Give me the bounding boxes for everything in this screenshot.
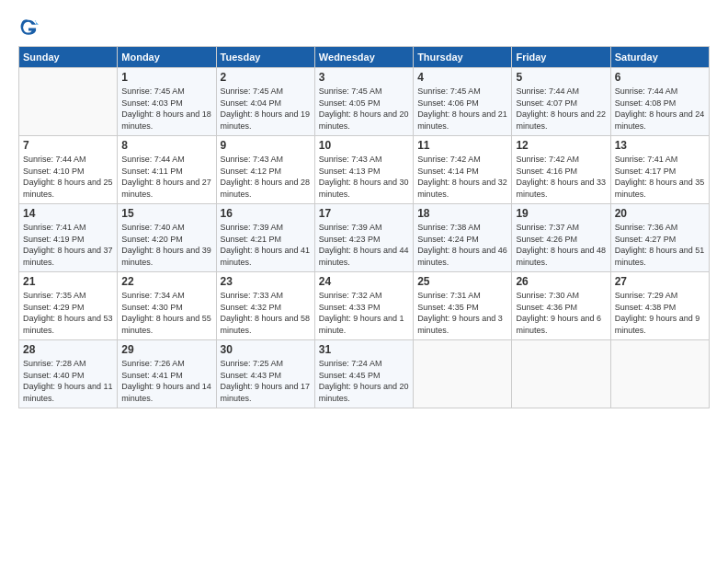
day-number: 23 [221,275,311,288]
calendar-cell: 2Sunrise: 7:45 AMSunset: 4:04 PMDaylight… [216,68,314,136]
day-info: Sunrise: 7:45 AMSunset: 4:03 PMDaylight:… [121,86,211,132]
calendar-cell: 30Sunrise: 7:25 AMSunset: 4:43 PMDayligh… [216,340,314,408]
day-info: Sunrise: 7:32 AMSunset: 4:33 PMDaylight:… [319,290,409,336]
day-number: 28 [23,343,113,356]
day-number: 24 [319,275,409,288]
day-number: 20 [615,207,705,220]
day-info: Sunrise: 7:42 AMSunset: 4:14 PMDaylight:… [417,154,507,200]
day-info: Sunrise: 7:38 AMSunset: 4:24 PMDaylight:… [417,222,507,268]
day-info: Sunrise: 7:41 AMSunset: 4:17 PMDaylight:… [615,154,705,200]
day-info: Sunrise: 7:35 AMSunset: 4:29 PMDaylight:… [23,290,113,336]
calendar-cell: 13Sunrise: 7:41 AMSunset: 4:17 PMDayligh… [610,136,709,204]
day-number: 1 [121,71,211,84]
day-info: Sunrise: 7:26 AMSunset: 4:41 PMDaylight:… [121,358,211,404]
day-number: 22 [121,275,211,288]
calendar-week-row: 21Sunrise: 7:35 AMSunset: 4:29 PMDayligh… [19,272,710,340]
day-info: Sunrise: 7:43 AMSunset: 4:13 PMDaylight:… [319,154,409,200]
calendar-cell: 20Sunrise: 7:36 AMSunset: 4:27 PMDayligh… [610,204,709,272]
day-info: Sunrise: 7:44 AMSunset: 4:10 PMDaylight:… [23,154,113,200]
calendar-cell: 17Sunrise: 7:39 AMSunset: 4:23 PMDayligh… [314,204,413,272]
calendar-week-row: 1Sunrise: 7:45 AMSunset: 4:03 PMDaylight… [19,68,710,136]
day-info: Sunrise: 7:39 AMSunset: 4:23 PMDaylight:… [319,222,409,268]
calendar-week-row: 14Sunrise: 7:41 AMSunset: 4:19 PMDayligh… [19,204,710,272]
day-info: Sunrise: 7:44 AMSunset: 4:08 PMDaylight:… [615,86,705,132]
logo [18,17,42,37]
calendar-cell: 21Sunrise: 7:35 AMSunset: 4:29 PMDayligh… [19,272,118,340]
calendar-cell: 3Sunrise: 7:45 AMSunset: 4:05 PMDaylight… [314,68,413,136]
day-info: Sunrise: 7:33 AMSunset: 4:32 PMDaylight:… [221,290,311,336]
day-number: 9 [221,139,311,152]
day-number: 18 [417,207,507,220]
calendar-cell: 4Sunrise: 7:45 AMSunset: 4:06 PMDaylight… [414,68,512,136]
day-number: 5 [516,71,606,84]
day-info: Sunrise: 7:37 AMSunset: 4:26 PMDaylight:… [516,222,606,268]
calendar-cell: 25Sunrise: 7:31 AMSunset: 4:35 PMDayligh… [414,272,512,340]
calendar-cell: 11Sunrise: 7:42 AMSunset: 4:14 PMDayligh… [414,136,512,204]
day-number: 30 [221,343,311,356]
day-number: 31 [319,343,409,356]
calendar-cell: 22Sunrise: 7:34 AMSunset: 4:30 PMDayligh… [118,272,216,340]
day-number: 26 [516,275,606,288]
day-number: 11 [417,139,507,152]
day-number: 17 [319,207,409,220]
day-number: 4 [417,71,507,84]
calendar-cell: 16Sunrise: 7:39 AMSunset: 4:21 PMDayligh… [216,204,314,272]
page: SundayMondayTuesdayWednesdayThursdayFrid… [0,0,728,419]
day-number: 2 [221,71,311,84]
weekday-header: Thursday [414,47,512,68]
calendar-cell: 14Sunrise: 7:41 AMSunset: 4:19 PMDayligh… [19,204,118,272]
day-info: Sunrise: 7:41 AMSunset: 4:19 PMDaylight:… [23,222,113,268]
logo-icon [18,17,39,37]
weekday-header: Sunday [19,47,118,68]
calendar-cell: 9Sunrise: 7:43 AMSunset: 4:12 PMDaylight… [216,136,314,204]
day-info: Sunrise: 7:40 AMSunset: 4:20 PMDaylight:… [121,222,211,268]
calendar-cell: 8Sunrise: 7:44 AMSunset: 4:11 PMDaylight… [118,136,216,204]
day-number: 27 [615,275,705,288]
calendar-cell [512,340,610,408]
calendar-cell: 7Sunrise: 7:44 AMSunset: 4:10 PMDaylight… [19,136,118,204]
day-info: Sunrise: 7:45 AMSunset: 4:04 PMDaylight:… [221,86,311,132]
weekday-header: Tuesday [216,47,314,68]
day-number: 29 [121,343,211,356]
day-number: 25 [417,275,507,288]
day-info: Sunrise: 7:31 AMSunset: 4:35 PMDaylight:… [417,290,507,336]
day-number: 15 [121,207,211,220]
calendar-cell [610,340,709,408]
header-area [18,17,710,37]
calendar-cell: 29Sunrise: 7:26 AMSunset: 4:41 PMDayligh… [118,340,216,408]
calendar-cell: 6Sunrise: 7:44 AMSunset: 4:08 PMDaylight… [610,68,709,136]
calendar-cell: 1Sunrise: 7:45 AMSunset: 4:03 PMDaylight… [118,68,216,136]
day-info: Sunrise: 7:29 AMSunset: 4:38 PMDaylight:… [615,290,705,336]
weekday-header: Friday [512,47,610,68]
day-number: 21 [23,275,113,288]
day-info: Sunrise: 7:25 AMSunset: 4:43 PMDaylight:… [221,358,311,404]
day-number: 7 [23,139,113,152]
calendar-cell: 18Sunrise: 7:38 AMSunset: 4:24 PMDayligh… [414,204,512,272]
weekday-header: Monday [118,47,216,68]
day-info: Sunrise: 7:36 AMSunset: 4:27 PMDaylight:… [615,222,705,268]
day-info: Sunrise: 7:45 AMSunset: 4:06 PMDaylight:… [417,86,507,132]
weekday-header: Wednesday [314,47,413,68]
day-number: 19 [516,207,606,220]
day-info: Sunrise: 7:44 AMSunset: 4:11 PMDaylight:… [121,154,211,200]
day-number: 13 [615,139,705,152]
calendar-cell: 27Sunrise: 7:29 AMSunset: 4:38 PMDayligh… [610,272,709,340]
calendar-cell [19,68,118,136]
calendar-cell: 5Sunrise: 7:44 AMSunset: 4:07 PMDaylight… [512,68,610,136]
calendar-cell: 28Sunrise: 7:28 AMSunset: 4:40 PMDayligh… [19,340,118,408]
day-info: Sunrise: 7:42 AMSunset: 4:16 PMDaylight:… [516,154,606,200]
calendar-cell: 15Sunrise: 7:40 AMSunset: 4:20 PMDayligh… [118,204,216,272]
day-number: 16 [221,207,311,220]
day-info: Sunrise: 7:44 AMSunset: 4:07 PMDaylight:… [516,86,606,132]
day-info: Sunrise: 7:30 AMSunset: 4:36 PMDaylight:… [516,290,606,336]
day-info: Sunrise: 7:45 AMSunset: 4:05 PMDaylight:… [319,86,409,132]
day-info: Sunrise: 7:34 AMSunset: 4:30 PMDaylight:… [121,290,211,336]
day-number: 10 [319,139,409,152]
calendar-week-row: 7Sunrise: 7:44 AMSunset: 4:10 PMDaylight… [19,136,710,204]
day-info: Sunrise: 7:24 AMSunset: 4:45 PMDaylight:… [319,358,409,404]
calendar-cell: 19Sunrise: 7:37 AMSunset: 4:26 PMDayligh… [512,204,610,272]
calendar-cell: 12Sunrise: 7:42 AMSunset: 4:16 PMDayligh… [512,136,610,204]
calendar-cell: 10Sunrise: 7:43 AMSunset: 4:13 PMDayligh… [314,136,413,204]
day-number: 12 [516,139,606,152]
day-number: 14 [23,207,113,220]
